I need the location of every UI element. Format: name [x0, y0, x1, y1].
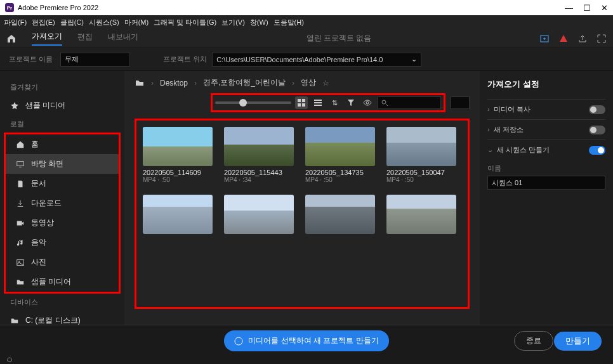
- menu-graphics[interactable]: 그래픽 및 타이틀(G): [154, 18, 216, 27]
- tab-import[interactable]: 가져오기: [32, 31, 62, 46]
- menu-view[interactable]: 보기(V): [221, 18, 245, 27]
- sidebar-item-c-drive[interactable]: C: (로컬 디스크): [0, 311, 124, 325]
- media-browser: › Desktop › 경주,포항여행_어린이날 › 영상 ☆ ⇅ 202205…: [124, 71, 480, 325]
- svg-point-13: [382, 100, 386, 104]
- workspace-tabbar: 가져오기 편집 내보내기 열린 프로젝트 없음: [0, 29, 613, 48]
- svg-rect-1: [17, 161, 24, 166]
- home-folder-icon: [16, 140, 25, 149]
- folder-icon: [135, 78, 145, 88]
- menu-marker[interactable]: 마커(M): [124, 18, 149, 27]
- setting-new-storage[interactable]: ›새 저장소: [487, 119, 605, 140]
- list-view-icon[interactable]: [312, 96, 324, 109]
- setting-new-sequence[interactable]: ⌄새 시퀀스 만들기: [487, 140, 605, 160]
- document-icon: [16, 179, 25, 188]
- media-item[interactable]: 20220505_114609MP4 · :50: [143, 127, 213, 183]
- svg-rect-2: [17, 221, 22, 225]
- search-input[interactable]: [378, 96, 441, 109]
- breadcrumb-item[interactable]: Desktop: [160, 79, 188, 88]
- close-button-footer[interactable]: 종료: [514, 331, 553, 351]
- media-item[interactable]: 20220505_115443MP4 · :34: [224, 127, 294, 183]
- sidebar: 즐겨찾기 샘플 미디어 로컬 홈 바탕 화면 문서 다운로드 동영상 음악 사진…: [0, 71, 124, 325]
- share-icon[interactable]: [577, 34, 588, 44]
- toggle-new-sequence[interactable]: [589, 146, 605, 155]
- sidebar-item-music[interactable]: 음악: [6, 233, 119, 252]
- app-title: Adobe Premiere Pro 2022: [18, 4, 565, 11]
- sequence-name-input[interactable]: [487, 176, 605, 190]
- sidebar-item-videos[interactable]: 동영상: [6, 213, 119, 233]
- svg-rect-6: [302, 99, 305, 102]
- sidebar-section-local: 로컬: [0, 115, 124, 133]
- chevron-down-icon: ⌄: [487, 146, 493, 153]
- toggle-new-storage[interactable]: [589, 126, 605, 134]
- app-logo-icon: Pr: [5, 3, 14, 12]
- drive-icon: [10, 316, 19, 325]
- video-icon: [16, 219, 25, 228]
- menu-file[interactable]: 파일(F): [4, 18, 27, 27]
- svg-rect-9: [314, 100, 322, 101]
- project-name-input[interactable]: [60, 53, 130, 67]
- browser-toolbar: ⇅: [211, 93, 445, 112]
- menu-window[interactable]: 창(W): [250, 18, 268, 27]
- folder-icon: [16, 278, 25, 287]
- grid-view-icon[interactable]: [295, 96, 308, 109]
- media-item[interactable]: [143, 195, 213, 253]
- sidebar-item-sample-media-local[interactable]: 샘플 미디어: [6, 272, 119, 292]
- svg-point-12: [366, 101, 369, 104]
- media-item[interactable]: 20220505_150047MP4 · :50: [386, 127, 456, 183]
- chevron-right-icon: ›: [487, 105, 490, 113]
- sidebar-item-documents[interactable]: 문서: [6, 174, 119, 193]
- menu-edit[interactable]: 편집(E): [32, 18, 55, 27]
- tab-edit[interactable]: 편집: [77, 32, 93, 45]
- media-item[interactable]: 20220505_134735MP4 · :50: [305, 127, 375, 183]
- sidebar-item-desktop[interactable]: 바탕 화면: [6, 154, 119, 174]
- svg-rect-7: [298, 103, 301, 107]
- setting-copy-media[interactable]: ›미디어 복사: [487, 99, 605, 119]
- sidebar-item-downloads[interactable]: 다운로드: [6, 193, 119, 213]
- eye-icon[interactable]: [361, 96, 374, 109]
- menubar: 파일(F) 편집(E) 클립(C) 시퀀스(S) 마커(M) 그래픽 및 타이틀…: [0, 15, 613, 29]
- svg-rect-11: [314, 105, 322, 106]
- svg-rect-5: [298, 99, 301, 102]
- sidebar-section-favorites: 즐겨찾기: [0, 79, 124, 96]
- search-icon: [381, 99, 388, 107]
- sidebar-item-home[interactable]: 홈: [6, 134, 119, 154]
- thumbnail-size-slider[interactable]: [215, 101, 291, 104]
- create-button[interactable]: 만들기: [554, 332, 602, 351]
- close-button[interactable]: ✕: [601, 3, 608, 13]
- toggle-copy-media[interactable]: [589, 105, 605, 114]
- favorite-star-icon[interactable]: ☆: [322, 79, 329, 88]
- fullscreen-icon[interactable]: [597, 34, 607, 44]
- chevron-down-icon: ⌄: [411, 55, 417, 63]
- warning-icon[interactable]: [558, 34, 569, 44]
- media-item[interactable]: [305, 195, 375, 253]
- quick-export-icon[interactable]: [539, 34, 550, 44]
- sidebar-item-pictures[interactable]: 사진: [6, 252, 119, 272]
- media-item[interactable]: [224, 195, 294, 253]
- filter-icon[interactable]: [345, 96, 357, 109]
- menu-help[interactable]: 도움말(H): [274, 18, 304, 27]
- project-path-dropdown[interactable]: C:\Users\USER\Documents\Adobe\Premiere P…: [212, 53, 421, 67]
- tab-export[interactable]: 내보내기: [108, 32, 138, 45]
- breadcrumb-item[interactable]: 경주,포항여행_어린이날: [203, 77, 286, 88]
- home-icon[interactable]: [6, 34, 16, 44]
- media-item[interactable]: [386, 195, 456, 253]
- menu-sequence[interactable]: 시퀀스(S): [89, 18, 119, 27]
- svg-point-14: [235, 337, 242, 345]
- sidebar-section-devices: 디바이스: [0, 294, 124, 311]
- picture-icon: [16, 258, 25, 267]
- info-icon: [234, 337, 243, 346]
- sort-dropdown[interactable]: [451, 96, 470, 109]
- minimize-button[interactable]: —: [565, 3, 573, 13]
- maximize-button[interactable]: ☐: [583, 3, 591, 13]
- sequence-name-label: 이름: [487, 164, 605, 173]
- import-settings-panel: 가져오기 설정 ›미디어 복사 ›새 저장소 ⌄새 시퀀스 만들기 이름: [480, 71, 613, 325]
- project-name-label: 프로젝트 이름: [9, 55, 53, 64]
- menu-clip[interactable]: 클립(C): [60, 18, 84, 27]
- breadcrumb: › Desktop › 경주,포항여행_어린이날 › 영상 ☆: [135, 77, 470, 88]
- svg-rect-10: [314, 102, 322, 103]
- sidebar-item-sample-media[interactable]: 샘플 미디어: [0, 96, 124, 115]
- sort-icon[interactable]: ⇅: [328, 96, 341, 109]
- breadcrumb-item[interactable]: 영상: [301, 77, 316, 88]
- project-settings-row: 프로젝트 이름 프로젝트 위치 C:\Users\USER\Documents\…: [0, 48, 613, 71]
- settings-title: 가져오기 설정: [487, 79, 605, 90]
